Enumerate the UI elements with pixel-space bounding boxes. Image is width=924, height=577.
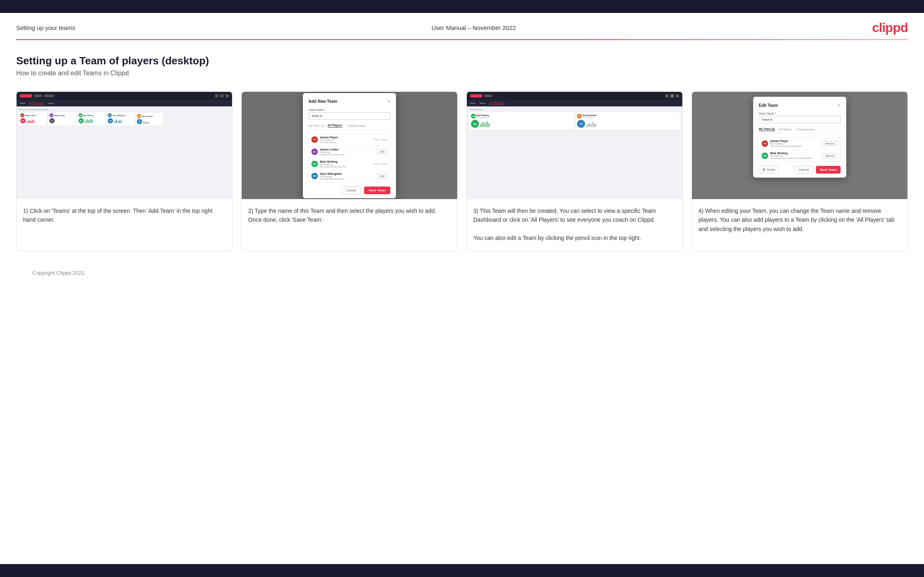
card-4-image: Edit Team × Team Name * Team A My Team (…	[692, 92, 907, 199]
edit-modal-cancel-btn[interactable]: Cancel	[794, 166, 813, 174]
edit-modal-save-btn[interactable]: Save Team	[816, 166, 841, 174]
page-content: Setting up a Team of players (desktop) H…	[0, 40, 924, 291]
header-section-label: Setting up your teams	[16, 24, 75, 31]
add-modal-tab-allplayers[interactable]: All Players	[328, 124, 342, 127]
add-modal-close[interactable]: ×	[387, 99, 390, 104]
bottom-bar	[0, 564, 924, 577]
card-4-text: 4) When editing your Team, you can chang…	[692, 199, 907, 251]
add-modal-team-name-label: Team Name *	[309, 108, 390, 111]
player-row-ap: AP Adrian Player Plus Handicap The Shire…	[309, 134, 390, 146]
card-2-image: Add New Team × Team Name * Team A My Tea…	[242, 92, 457, 199]
top-bar	[0, 0, 924, 13]
edit-modal-close[interactable]: ×	[838, 102, 841, 108]
card-1-image: Home My Performance Teams Viewing 5 out …	[17, 92, 232, 199]
edit-modal-title: Edit Team	[759, 103, 778, 108]
edit-modal-tab-myteam[interactable]: My Team (2)	[759, 127, 775, 131]
card-1-text: 1) Click on 'Teams' at the top of the sc…	[17, 199, 232, 251]
remove-player-ap-btn[interactable]: Remove	[822, 141, 838, 146]
add-modal-cancel-btn[interactable]: Cancel	[342, 187, 361, 194]
card-3-image: Home Teams My Performance Player Dashboa…	[467, 92, 682, 199]
copyright-text: Copyright Clippd 2021	[32, 270, 85, 276]
clippd-logo: clippd	[872, 20, 908, 35]
add-player-ac-btn[interactable]: Add	[377, 149, 387, 154]
cards-row: Home My Performance Teams Viewing 5 out …	[16, 91, 908, 251]
player-row-ac: AC Adrian Coliba 5 Handicap Central Lond…	[309, 146, 390, 158]
edit-player-row-bm: BM Blair McHarg Plus Handicap Royal Nort…	[759, 150, 840, 161]
header: Setting up your teams User Manual – Nove…	[0, 13, 924, 39]
add-modal-filter-label: ☐ Filter by name	[347, 124, 365, 127]
remove-player-bm-btn[interactable]: Remove	[822, 153, 838, 158]
add-modal-save-btn[interactable]: Save Team	[364, 187, 390, 194]
edit-modal-delete-btn[interactable]: 🗑 Delete	[759, 166, 779, 174]
add-modal-tab-myteam[interactable]: My Team (2)	[309, 124, 324, 127]
card-3-text: 3) This Team will then be created. You c…	[467, 199, 682, 251]
player-row-bm: BM Blair McHarg Plus Handicap Royal Nort…	[309, 158, 390, 170]
edit-modal-team-name-input[interactable]: Team A	[759, 116, 841, 123]
edit-modal-team-name-label: Team Name *	[759, 112, 841, 115]
card-1: Home My Performance Teams Viewing 5 out …	[16, 91, 232, 251]
edit-player-row-ap: AP Adrian Player Plus Handicap The Shire…	[759, 138, 840, 150]
card-2: Add New Team × Team Name * Team A My Tea…	[241, 91, 458, 251]
add-modal-title: Add New Team	[309, 99, 337, 104]
page-subtitle: How to create and edit Teams in Clippd	[16, 70, 908, 77]
edit-modal-tab-allplayers[interactable]: All Players	[778, 128, 792, 131]
edit-modal-filter-label: ☐ Filter by name	[796, 128, 815, 131]
page-title: Setting up a Team of players (desktop)	[16, 55, 908, 67]
card-2-text: 2) Type the name of this Team and then s…	[242, 199, 457, 251]
card-4: Edit Team × Team Name * Team A My Team (…	[692, 91, 908, 251]
footer: Copyright Clippd 2021	[16, 263, 908, 282]
add-player-db-btn[interactable]: Add	[377, 174, 387, 178]
header-manual-label: User Manual – November 2022	[432, 24, 516, 31]
add-modal-team-name-input[interactable]: Team A	[309, 112, 390, 120]
player-row-db: DB Dave Billingham 5.8 Handicap The Ding…	[309, 170, 390, 182]
card-3: Home Teams My Performance Player Dashboa…	[466, 91, 683, 251]
